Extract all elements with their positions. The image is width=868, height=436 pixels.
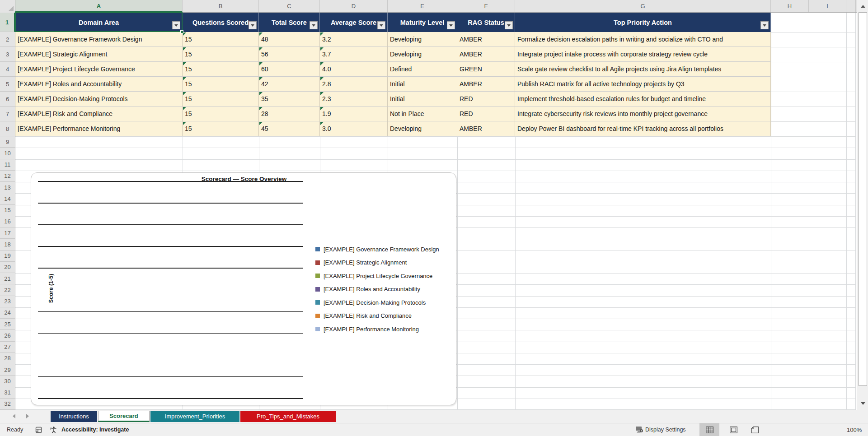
table-cell[interactable]: AMBER [457,121,515,136]
tab-nav-left-button[interactable] [13,414,15,418]
table-header-cell[interactable]: Average Score [320,13,388,32]
table-cell[interactable]: Defined [388,62,457,77]
filter-dropdown-button[interactable] [249,21,257,29]
accessibility-status[interactable]: Accessibility: Investigate [61,423,129,436]
table-cell[interactable]: GREEN [457,62,515,77]
table-cell[interactable]: Formalize decision escalation paths in w… [515,32,771,47]
table-cell[interactable]: 28 [259,107,320,121]
scroll-down-button[interactable] [858,399,868,408]
chart-y-axis-label[interactable]: Score (1-5) [48,274,54,303]
column-header-A[interactable]: A [15,0,183,12]
table-cell[interactable]: 15 [183,107,259,121]
table-cell[interactable]: 35 [259,92,320,107]
table-cell[interactable]: 3.0 [320,121,388,136]
table-cell[interactable]: 15 [183,62,259,77]
table-cell[interactable]: 3.7 [320,47,388,62]
row-header-6[interactable]: 6 [0,92,15,107]
embedded-chart[interactable]: Scorecard — Score Overview Score (1-5) [… [31,172,456,405]
table-cell[interactable]: Integrate cybersecurity risk reviews int… [515,107,771,121]
column-header-F[interactable]: F [457,0,515,12]
table-cell[interactable]: Deploy Power BI dashboard for real-time … [515,121,771,136]
table-cell[interactable]: Integrate project intake process with co… [515,47,771,62]
row-header-1[interactable]: 1 [0,13,15,32]
legend-item[interactable]: [EXAMPLE] Project Lifecycle Governance [315,271,432,280]
table-cell[interactable]: Scale gate review checklist to all Agile… [515,62,771,77]
row-header-5[interactable]: 5 [0,77,15,92]
legend-item[interactable]: [EXAMPLE] Strategic Alignment [315,258,407,267]
row-header-32[interactable]: 32 [0,399,15,410]
table-cell[interactable]: Developing [388,121,457,136]
row-header-19[interactable]: 19 [0,250,15,262]
row-header-3[interactable]: 3 [0,47,15,62]
row-header-27[interactable]: 27 [0,342,15,353]
table-header-cell[interactable]: Total Score [259,13,320,32]
row-header-17[interactable]: 17 [0,227,15,239]
table-cell[interactable]: Implement threshold-based escalation rul… [515,92,771,107]
table-cell[interactable]: [EXAMPLE] Decision-Making Protocols [15,92,183,107]
fill-handle[interactable] [180,30,183,33]
table-cell[interactable]: 15 [183,121,259,136]
legend-item[interactable]: [EXAMPLE] Risk and Compliance [315,311,412,320]
table-header-cell[interactable]: RAG Status [457,13,515,32]
table-cell[interactable]: RED [457,107,515,121]
row-header-16[interactable]: 16 [0,216,15,227]
row-header-30[interactable]: 30 [0,376,15,387]
table-cell[interactable]: [EXAMPLE] Project Lifecycle Governance [15,62,183,77]
table-header-cell[interactable]: Domain Area [15,13,183,32]
table-cell[interactable]: Not in Place [388,107,457,121]
row-header-14[interactable]: 14 [0,193,15,204]
table-cell[interactable]: 60 [259,62,320,77]
table-cell[interactable]: 2.8 [320,77,388,92]
table-cell[interactable]: RED [457,92,515,107]
filter-dropdown-button[interactable] [447,21,455,29]
scroll-up-button[interactable] [858,1,868,11]
row-header-2[interactable]: 2 [0,32,15,47]
vertical-scrollbar[interactable] [857,0,868,410]
filter-dropdown-button[interactable] [377,21,385,29]
column-header-C[interactable]: C [259,0,320,12]
page-break-view-button[interactable] [745,423,765,436]
display-settings-label[interactable]: Display Settings [645,423,686,436]
sheet-tab-improvement_priorities[interactable]: Improvement_Priorities [150,411,239,422]
table-cell[interactable]: [EXAMPLE] Roles and Accountability [15,77,183,92]
macro-record-icon[interactable] [35,423,42,436]
table-cell[interactable]: 15 [183,32,259,47]
legend-item[interactable]: [EXAMPLE] Governance Framework Design [315,245,439,254]
column-header-B[interactable]: B [183,0,259,12]
table-header-cell[interactable]: Questions Scored [183,13,259,32]
row-header-9[interactable]: 9 [0,136,15,148]
table-cell[interactable]: AMBER [457,77,515,92]
legend-item[interactable]: [EXAMPLE] Performance Monitoring [315,325,419,334]
row-header-26[interactable]: 26 [0,330,15,341]
row-header-31[interactable]: 31 [0,387,15,399]
legend-item[interactable]: [EXAMPLE] Roles and Accountability [315,285,420,294]
table-cell[interactable]: 48 [259,32,320,47]
table-header-cell[interactable]: Maturity Level [388,13,457,32]
table-cell[interactable]: Publish RACI matrix for all active techn… [515,77,771,92]
table-cell[interactable]: [EXAMPLE] Performance Monitoring [15,121,183,136]
table-cell[interactable]: 42 [259,77,320,92]
table-cell[interactable]: Initial [388,77,457,92]
table-cell[interactable]: 15 [183,47,259,62]
row-header-12[interactable]: 12 [0,171,15,182]
table-cell[interactable]: Developing [388,32,457,47]
column-header-H[interactable]: H [771,0,809,12]
filter-dropdown-button[interactable] [172,21,180,29]
row-header-28[interactable]: 28 [0,353,15,364]
table-cell[interactable]: 2.3 [320,92,388,107]
display-settings-icon[interactable] [635,423,644,436]
row-header-23[interactable]: 23 [0,296,15,307]
table-cell[interactable]: AMBER [457,32,515,47]
select-all-button[interactable] [0,0,15,13]
table-cell[interactable]: 56 [259,47,320,62]
page-layout-view-button[interactable] [723,423,743,436]
row-header-29[interactable]: 29 [0,364,15,376]
accessibility-icon[interactable] [50,423,58,436]
filter-dropdown-button[interactable] [505,21,513,29]
table-cell[interactable]: 15 [183,92,259,107]
filter-dropdown-button[interactable] [760,21,769,29]
row-header-18[interactable]: 18 [0,239,15,250]
filter-dropdown-button[interactable] [310,21,318,29]
chart-title[interactable]: Scorecard — Score Overview [180,176,308,182]
row-header-21[interactable]: 21 [0,273,15,284]
